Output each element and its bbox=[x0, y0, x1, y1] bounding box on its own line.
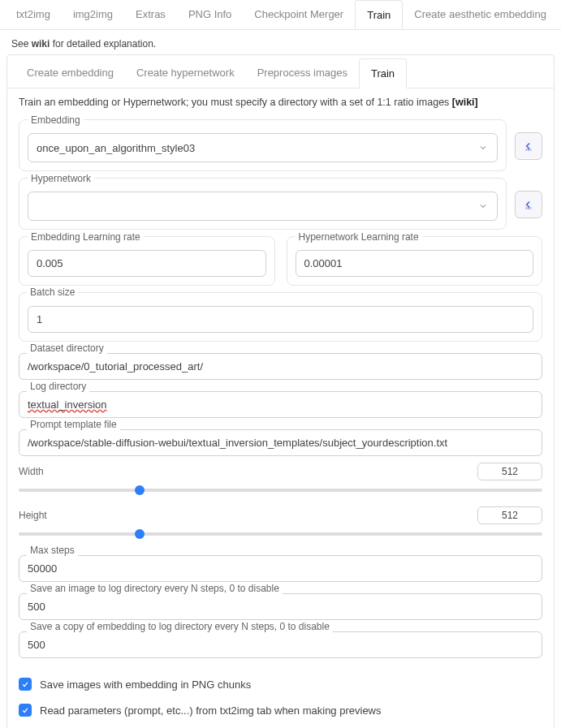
checkbox-checked-icon bbox=[19, 678, 32, 691]
subtab-preprocess-images[interactable]: Preprocess images bbox=[246, 58, 359, 88]
tab-create-aesthetic-embedding[interactable]: Create aesthetic embedding bbox=[403, 0, 558, 29]
save-png-chunks-label: Save images with embedding in PNG chunks bbox=[40, 678, 251, 691]
tab-deforum-truncated[interactable]: Defor bbox=[558, 0, 561, 29]
intro-text: See wiki for detailed explanation. bbox=[0, 30, 561, 54]
hypernetwork-lr-legend: Hypernetwork Learning rate bbox=[296, 231, 422, 243]
svg-text:END: END bbox=[526, 207, 533, 210]
subtab-train[interactable]: Train bbox=[359, 58, 407, 88]
log-dir-input[interactable]: textual_inversion bbox=[19, 391, 542, 418]
tab-checkpoint-merger[interactable]: Checkpoint Merger bbox=[243, 0, 355, 29]
batch-size-legend: Batch size bbox=[27, 286, 78, 298]
embedding-select[interactable]: once_upon_an_algorithm_style03 bbox=[28, 133, 498, 162]
batch-size-input[interactable] bbox=[28, 306, 533, 333]
svg-text:END: END bbox=[526, 149, 533, 152]
wiki-link[interactable]: wiki bbox=[32, 38, 50, 50]
save-embedding-n-input[interactable] bbox=[19, 631, 542, 658]
read-params-label: Read parameters (prompt, etc...) from tx… bbox=[40, 704, 382, 717]
hypernetwork-lr-input[interactable] bbox=[296, 250, 534, 277]
height-label: Height bbox=[19, 510, 47, 521]
hypernetwork-end-button[interactable]: END bbox=[515, 191, 542, 218]
width-slider[interactable] bbox=[19, 489, 542, 492]
log-dir-legend: Log directory bbox=[27, 381, 89, 392]
main-tabs: txt2img img2img Extras PNG Info Checkpoi… bbox=[0, 0, 561, 30]
dataset-dir-legend: Dataset directory bbox=[27, 342, 107, 354]
tab-txt2img[interactable]: txt2img bbox=[5, 0, 62, 29]
hypernetwork-legend: Hypernetwork bbox=[28, 173, 94, 184]
prompt-template-input[interactable] bbox=[19, 429, 542, 456]
max-steps-legend: Max steps bbox=[27, 545, 78, 556]
save-png-chunks-checkbox[interactable]: Save images with embedding in PNG chunks bbox=[19, 671, 542, 697]
save-image-n-input[interactable] bbox=[19, 593, 542, 620]
height-value[interactable]: 512 bbox=[477, 506, 542, 524]
save-image-n-legend: Save an image to log directory every N s… bbox=[27, 583, 283, 594]
train-panel: Create embedding Create hypernetwork Pre… bbox=[6, 54, 555, 728]
wiki-link-bracket[interactable]: [wiki] bbox=[452, 97, 478, 108]
checkbox-checked-icon bbox=[19, 704, 32, 717]
tab-png-info[interactable]: PNG Info bbox=[177, 0, 243, 29]
embedding-lr-input[interactable] bbox=[28, 250, 266, 277]
train-description: Train an embedding or Hypernetwork; you … bbox=[7, 88, 554, 113]
tab-extras[interactable]: Extras bbox=[124, 0, 177, 29]
max-steps-input[interactable] bbox=[19, 555, 542, 582]
chevron-down-icon bbox=[477, 200, 489, 212]
hypernetwork-select[interactable] bbox=[28, 192, 498, 221]
train-subtabs: Create embedding Create hypernetwork Pre… bbox=[7, 58, 554, 88]
subtab-create-embedding[interactable]: Create embedding bbox=[15, 58, 125, 88]
dataset-dir-input[interactable] bbox=[19, 353, 542, 380]
width-value[interactable]: 512 bbox=[477, 463, 542, 480]
height-slider[interactable] bbox=[19, 532, 542, 536]
prompt-template-legend: Prompt template file bbox=[27, 419, 120, 430]
read-params-checkbox[interactable]: Read parameters (prompt, etc...) from tx… bbox=[19, 697, 542, 723]
chevron-down-icon bbox=[477, 142, 489, 153]
width-label: Width bbox=[19, 466, 44, 477]
embedding-legend: Embedding bbox=[28, 114, 84, 126]
embedding-end-button[interactable]: END bbox=[515, 132, 542, 160]
subtab-create-hypernetwork[interactable]: Create hypernetwork bbox=[125, 58, 246, 88]
embedding-lr-legend: Embedding Learning rate bbox=[28, 231, 144, 243]
save-embedding-n-legend: Save a copy of embedding to log director… bbox=[27, 621, 333, 632]
embedding-select-value: once_upon_an_algorithm_style03 bbox=[37, 142, 195, 154]
tab-img2img[interactable]: img2img bbox=[62, 0, 124, 29]
tab-train[interactable]: Train bbox=[355, 0, 403, 30]
